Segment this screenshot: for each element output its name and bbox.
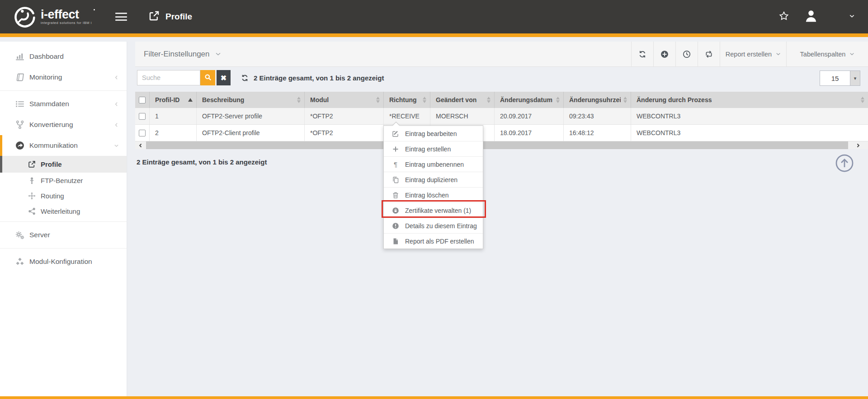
retweet-icon[interactable] [698,42,720,66]
plus-circle-icon[interactable] [653,42,675,66]
search-button[interactable] [200,70,215,85]
star-icon[interactable] [779,11,789,23]
menu-item-zertifikate-verwalten[interactable]: Zertifikate verwalten (1) [384,202,483,218]
cell-modul: *OFTP2 [305,125,384,141]
column-header-beschreibung[interactable]: Beschreibung [197,92,305,108]
share-icon [28,207,36,215]
user-icon[interactable] [804,9,818,25]
scrollbar-thumb[interactable] [146,141,848,149]
chevron-left-icon [113,75,119,80]
filter-settings-dropdown[interactable]: Filter-Einstellungen [135,42,221,66]
sidebar-item-stammdaten[interactable]: Stammdaten [0,94,127,114]
scroll-right-arrow[interactable] [853,141,863,149]
page-size-select[interactable]: 15 ▾ [820,70,860,86]
sidebar-item-label: FTP-Benutzer [41,177,83,184]
pilcrow-icon: ¶ [392,161,399,168]
scroll-to-top-button[interactable] [835,154,854,172]
scroll-left-arrow[interactable] [135,141,146,149]
cell-beschreibung: OFTP2-Server profile [197,108,305,124]
column-header-modul[interactable]: Modul [305,92,384,108]
tabellenspalten-button[interactable]: Tabellenspalten [786,42,868,66]
report-erstellen-button[interactable]: Report erstellen [720,42,786,66]
external-link-icon [28,160,36,168]
column-header-aenderungsdatum[interactable]: Änderungsdatum [495,92,564,108]
column-header-richtung[interactable]: Richtung [384,92,430,108]
menu-icon[interactable] [115,13,127,21]
sort-icon [297,97,301,103]
table-row[interactable]: 1 OFTP2-Server profile *OFTP2 *RECEIVE M… [135,108,868,125]
sidebar-item-server[interactable]: Server [0,225,127,245]
profiles-table: Profil-ID Beschreibung Modul Richtung Ge… [135,92,868,141]
cell-aenderungsdatum: 20.09.2017 [495,108,564,124]
sidebar-item-monitoring[interactable]: Monitoring [0,67,127,88]
chevron-down-icon[interactable] [849,13,855,21]
search-input[interactable] [137,70,200,85]
sidebar-divider [0,248,127,249]
sidebar-item-dashboard[interactable]: Dashboard [0,46,127,67]
column-header-aenderungsuhrzeit[interactable]: Änderungsuhrzeit [564,92,631,108]
clear-search-button[interactable]: ✖ [217,70,231,85]
cell-aenderungsdatum: 18.09.2017 [495,125,564,141]
sidebar-item-profile[interactable]: Profile [0,156,127,173]
chevron-down-icon [776,52,781,56]
logo-reg-mark [94,9,95,10]
page: i-effect integrated solutions for IBM i … [0,0,868,399]
app-logo[interactable]: i-effect integrated solutions for IBM i [13,4,92,29]
plus-icon [392,146,399,153]
column-header-aenderung-durch-prozess[interactable]: Änderung durch Prozess [631,92,868,108]
logo-title: i-effect [41,9,92,20]
sidebar-item-modul-konfiguration[interactable]: Modul-Konfiguration [0,251,127,272]
chevron-left-icon [113,122,119,128]
header-actions [750,0,868,33]
footer-result-summary: 2 Einträge gesamt, von 1 bis 2 angezeigt [137,158,267,166]
menu-item-details-zu-diesem-eintrag[interactable]: Details zu diesem Eintrag [384,218,483,233]
column-header-geaendert-von[interactable]: Geändert von [430,92,495,108]
copy-icon [392,176,399,183]
book-icon [15,73,24,82]
menu-item-eintrag-bearbeiten[interactable]: Eintrag bearbeiten [384,126,483,141]
menu-item-eintrag-umbenennen[interactable]: ¶ Eintrag umbenennen [384,156,483,172]
sidebar-item-weiterleitung[interactable]: Weiterleitung [0,203,127,219]
sort-icon [623,97,627,103]
row-checkbox[interactable] [139,113,146,120]
sidebar-item-kommunikation[interactable]: Kommunikation [0,135,127,156]
sidebar-item-konvertierung[interactable]: Konvertierung [0,114,127,135]
logo-tagline: integrated solutions for IBM i [41,21,92,25]
column-header-profil-id[interactable]: Profil-ID [150,92,197,108]
menu-item-report-als-pdf-erstellen[interactable]: Report als PDF erstellen [384,233,483,249]
cell-richtung: *RECEIVE [384,108,430,124]
refresh-icon[interactable] [631,42,653,66]
menu-item-eintrag-erstellen[interactable]: Eintrag erstellen [384,141,483,156]
select-all-checkbox[interactable] [139,97,146,103]
page-title-wrap: Profile [149,10,192,23]
sidebar-item-label: Stammdaten [29,100,69,108]
row-checkbox[interactable] [139,130,146,136]
select-all-cell [135,92,150,108]
chevron-down-icon [215,51,221,57]
sort-icon [376,97,380,103]
cell-aenderungsuhrzeit: 16:48:12 [564,125,631,141]
sidebar-divider [0,221,127,222]
sidebar-item-label: Konvertierung [29,121,73,129]
gears-icon [15,230,24,239]
table-header-row: Profil-ID Beschreibung Modul Richtung Ge… [135,92,868,108]
filter-bar: Filter-Einstellungen Report erstellen [135,42,868,67]
sort-icon [423,97,426,103]
filter-settings-label: Filter-Einstellungen [144,50,210,59]
cell-aenderung-durch-prozess: WEBCONTRL3 [631,108,868,124]
cell-profil-id: 2 [150,125,197,141]
menu-item-eintrag-loeschen[interactable]: Eintrag löschen [384,187,483,202]
chevron-down-icon [113,143,119,149]
table-row[interactable]: 2 OFTP2-Client profile *OFTP2 18.09.2017… [135,125,868,141]
move-icon [28,192,36,200]
sidebar-item-routing[interactable]: Routing [0,188,127,203]
sort-icon [487,97,491,103]
sidebar-item-ftp-benutzer[interactable]: FTP-Benutzer [0,173,127,188]
sort-icon [556,97,560,103]
menu-item-eintrag-duplizieren[interactable]: Eintrag duplizieren [384,172,483,187]
sidebar-item-label: Profile [41,160,62,168]
search-icon [204,74,212,82]
refresh-results-icon[interactable] [241,74,249,82]
clock-icon[interactable] [675,42,698,66]
cell-beschreibung: OFTP2-Client profile [197,125,305,141]
